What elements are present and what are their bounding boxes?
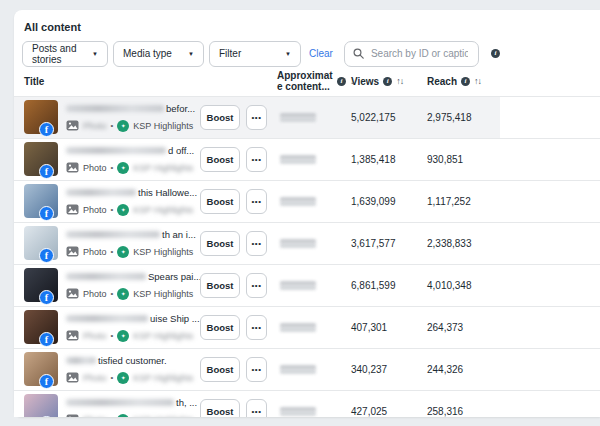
page-name: KSP Highlights xyxy=(133,121,193,131)
table-row[interactable]: f befor... Photo • ✦ KSP Highlights Boos… xyxy=(14,96,600,138)
redacted-approximate-content-value xyxy=(280,113,316,122)
boost-button[interactable]: Boost xyxy=(200,315,240,340)
post-caption: th, ... xyxy=(66,397,197,408)
redacted-caption xyxy=(66,357,96,364)
views-value: 3,617,577 xyxy=(351,238,396,249)
more-options-button[interactable]: ••• xyxy=(246,231,267,256)
table-row[interactable]: f this Hallowe... Photo • ✦ KSP Highligh… xyxy=(14,180,600,222)
search-box[interactable] xyxy=(344,41,479,67)
post-caption: d off... xyxy=(66,145,194,156)
media-type-label: Photo xyxy=(83,415,107,418)
table-row[interactable]: f tisfied customer. Photo • ✦ KSP Highli… xyxy=(14,348,600,390)
page-avatar: ✦ xyxy=(117,372,129,384)
more-options-button[interactable]: ••• xyxy=(246,315,267,340)
post-caption: th an i... xyxy=(66,229,196,240)
page-name: KSP Highlights xyxy=(133,163,193,173)
chevron-down-icon: ▼ xyxy=(188,51,194,57)
more-options-button[interactable]: ••• xyxy=(246,273,267,298)
facebook-icon: f xyxy=(39,122,54,137)
media-type-label: Photo xyxy=(83,205,107,215)
facebook-icon: f xyxy=(39,248,54,263)
sort-icon[interactable]: ↑↓ xyxy=(474,76,481,86)
post-caption: befor... xyxy=(66,103,195,114)
table-row[interactable]: f uise Ship ... Photo • ✦ KSP Highlights… xyxy=(14,306,600,348)
table-row[interactable]: f th, ... Photo • ✦ KSP Highlights Boost… xyxy=(14,390,600,417)
clear-filters-link[interactable]: Clear xyxy=(309,48,333,59)
dot-separator: • xyxy=(111,331,114,340)
dot-separator: • xyxy=(111,247,114,256)
media-type-label: Photo xyxy=(83,163,107,173)
post-meta: Photo • ✦ KSP Highlights xyxy=(66,371,193,384)
dropdown-label: Media type xyxy=(123,48,172,59)
info-icon[interactable]: i xyxy=(337,77,346,86)
views-value: 6,861,599 xyxy=(351,280,396,291)
column-header-reach[interactable]: Reach i ↑↓ xyxy=(427,68,481,94)
media-type-label: Photo xyxy=(83,247,107,257)
views-value: 407,301 xyxy=(351,322,387,333)
facebook-icon: f xyxy=(39,290,54,305)
boost-button[interactable]: Boost xyxy=(200,273,240,298)
views-value: 340,237 xyxy=(351,364,387,375)
post-caption: tisfied customer. xyxy=(66,355,167,366)
more-options-button[interactable]: ••• xyxy=(246,399,267,417)
boost-button[interactable]: Boost xyxy=(200,357,240,382)
photo-icon xyxy=(66,330,79,341)
more-options-button[interactable]: ••• xyxy=(246,105,267,130)
post-thumbnail: f xyxy=(24,394,58,417)
boost-button[interactable]: Boost xyxy=(200,105,240,130)
chevron-down-icon: ▼ xyxy=(285,51,291,57)
all-content-panel: All content Posts and stories ▼ Media ty… xyxy=(14,10,600,417)
more-options-button[interactable]: ••• xyxy=(246,147,267,172)
page-avatar: ✦ xyxy=(117,204,129,216)
table-row[interactable]: f Spears pai... Photo • ✦ KSP Highlights… xyxy=(14,264,600,306)
filter-dropdown[interactable]: Filter ▼ xyxy=(209,41,301,67)
redacted-caption xyxy=(66,399,174,406)
boost-button[interactable]: Boost xyxy=(200,399,240,417)
sort-icon[interactable]: ↑↓ xyxy=(396,76,403,86)
search-input[interactable] xyxy=(369,47,470,60)
facebook-icon: f xyxy=(39,332,54,347)
page-avatar: ✦ xyxy=(117,120,129,132)
media-type-label: Photo xyxy=(83,331,107,341)
column-header-approximate-content[interactable]: Approximate content... i ↓ xyxy=(277,68,354,94)
page-name: KSP Highlights xyxy=(133,415,193,418)
page-avatar: ✦ xyxy=(117,162,129,174)
info-icon[interactable]: i xyxy=(461,77,470,86)
views-value: 1,385,418 xyxy=(351,154,396,165)
post-caption: Spears pai... xyxy=(66,271,201,282)
table-row[interactable]: f d off... Photo • ✦ KSP Highlights Boos… xyxy=(14,138,600,180)
redacted-approximate-content-value xyxy=(280,281,316,290)
dot-separator: • xyxy=(111,163,114,172)
post-meta: Photo • ✦ KSP Highlights xyxy=(66,161,193,174)
photo-icon xyxy=(66,414,79,417)
boost-button[interactable]: Boost xyxy=(200,147,240,172)
post-thumbnail: f xyxy=(24,268,58,302)
info-icon[interactable]: i xyxy=(491,49,500,58)
post-caption: this Hallowe... xyxy=(66,187,197,198)
facebook-icon: f xyxy=(39,374,54,389)
media-type-dropdown[interactable]: Media type ▼ xyxy=(113,41,204,67)
reach-value: 4,010,348 xyxy=(427,280,472,291)
posts-and-stories-dropdown[interactable]: Posts and stories ▼ xyxy=(22,41,108,67)
photo-icon xyxy=(66,288,79,299)
boost-button[interactable]: Boost xyxy=(200,189,240,214)
media-type-label: Photo xyxy=(83,373,107,383)
table-row[interactable]: f th an i... Photo • ✦ KSP Highlights Bo… xyxy=(14,222,600,264)
more-options-button[interactable]: ••• xyxy=(246,357,267,382)
caption-text: th, ... xyxy=(176,397,197,408)
dropdown-label: Filter xyxy=(219,48,241,59)
facebook-icon: f xyxy=(39,206,54,221)
post-meta: Photo • ✦ KSP Highlights xyxy=(66,119,193,132)
page-name: KSP Highlights xyxy=(133,331,193,341)
post-meta: Photo • ✦ KSP Highlights xyxy=(66,203,193,216)
more-options-button[interactable]: ••• xyxy=(246,189,267,214)
post-thumbnail: f xyxy=(24,184,58,218)
column-header-views[interactable]: Views i ↑↓ xyxy=(351,68,403,94)
boost-button[interactable]: Boost xyxy=(200,231,240,256)
info-icon[interactable]: i xyxy=(383,77,392,86)
photo-icon xyxy=(66,162,79,173)
page-name: KSP Highlights xyxy=(133,247,193,257)
page-avatar: ✦ xyxy=(117,414,129,418)
caption-text: d off... xyxy=(168,145,194,156)
chevron-down-icon: ▼ xyxy=(92,51,98,57)
